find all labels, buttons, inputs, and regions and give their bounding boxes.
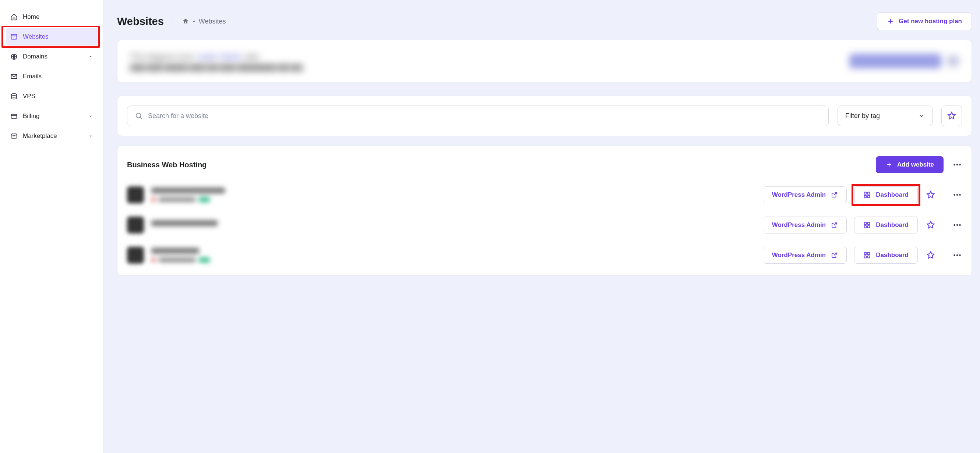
sidebar-item-label: Emails	[23, 73, 41, 80]
plus-icon	[885, 161, 893, 168]
svg-point-6	[953, 164, 955, 165]
plan-more-button[interactable]	[952, 160, 962, 169]
dashboard-button[interactable]: Dashboard	[854, 247, 918, 264]
svg-point-7	[956, 164, 958, 165]
svg-point-14	[956, 194, 958, 196]
favorite-toggle[interactable]	[925, 250, 936, 261]
svg-rect-17	[868, 222, 870, 225]
sidebar-item-label: Marketplace	[23, 132, 57, 140]
svg-rect-23	[864, 253, 867, 255]
external-link-icon	[831, 252, 838, 258]
breadcrumb-sep: -	[193, 17, 195, 25]
favorite-toggle[interactable]	[925, 220, 936, 231]
get-hosting-plan-button[interactable]: Get new hosting plan	[877, 13, 972, 30]
svg-rect-24	[868, 253, 870, 255]
svg-rect-10	[868, 192, 870, 195]
button-label: Add website	[897, 161, 934, 168]
promo-banner: The biggest ever Cyber Week sale ████ ██…	[117, 40, 972, 82]
page-title: Websites	[117, 16, 164, 28]
sidebar-item-emails[interactable]: Emails	[6, 68, 97, 85]
grid-icon	[863, 252, 871, 259]
svg-rect-16	[864, 222, 867, 225]
breadcrumb: - Websites	[182, 17, 226, 25]
sidebar-item-websites[interactable]: Websites	[6, 28, 97, 46]
site-info-blurred	[151, 187, 225, 202]
svg-point-22	[959, 224, 961, 226]
svg-rect-19	[868, 226, 870, 228]
sidebar-item-billing[interactable]: Billing	[6, 108, 97, 125]
home-icon[interactable]	[182, 17, 189, 25]
external-link-icon	[831, 192, 838, 198]
external-link-icon	[831, 222, 838, 228]
website-row: WordPress Admin Dashboard	[127, 180, 962, 210]
svg-rect-9	[864, 192, 867, 195]
wordpress-admin-button[interactable]: WordPress Admin	[763, 247, 847, 264]
svg-point-5	[136, 113, 141, 118]
blurred-text: The biggest ever Cyber Week sale ████ ██…	[130, 50, 302, 72]
filter-label: Filter by tag	[845, 112, 880, 120]
wordpress-admin-button[interactable]: WordPress Admin	[763, 217, 847, 233]
sidebar-item-label: Websites	[23, 33, 49, 40]
svg-point-8	[959, 164, 961, 165]
svg-point-15	[959, 194, 961, 196]
main-content: Websites - Websites Get new hosting plan…	[104, 0, 980, 453]
button-label: WordPress Admin	[772, 221, 826, 229]
home-icon	[10, 13, 18, 21]
sidebar-item-label: Billing	[23, 112, 40, 120]
favorite-toggle[interactable]	[925, 189, 936, 200]
add-website-button[interactable]: Add website	[876, 156, 943, 173]
search-icon	[135, 112, 143, 120]
site-info-blurred	[151, 248, 210, 263]
hosting-plan-card: Business Web Hosting Add website	[117, 146, 972, 276]
grid-icon	[863, 191, 871, 198]
search-input[interactable]	[148, 112, 821, 120]
dashboard-button[interactable]: Dashboard	[854, 187, 918, 203]
sidebar-item-label: VPS	[23, 93, 35, 100]
row-more-button[interactable]	[952, 250, 962, 260]
store-icon	[10, 132, 18, 140]
sidebar-item-vps[interactable]: VPS	[6, 87, 97, 105]
sidebar: Home Websites Domains Emails	[0, 0, 104, 453]
sidebar-item-label: Home	[23, 13, 40, 21]
site-thumbnail	[127, 247, 144, 264]
svg-point-13	[953, 194, 955, 196]
chevron-down-icon	[88, 54, 93, 59]
wordpress-admin-button[interactable]: WordPress Admin	[763, 187, 847, 203]
grid-icon	[863, 221, 871, 229]
svg-rect-11	[864, 196, 867, 198]
svg-point-29	[959, 255, 961, 256]
svg-rect-12	[868, 196, 870, 198]
plan-header: Business Web Hosting Add website	[127, 156, 962, 173]
svg-point-20	[953, 224, 955, 226]
site-thumbnail	[127, 217, 144, 233]
svg-point-28	[956, 255, 958, 256]
favorites-filter-button[interactable]	[941, 106, 962, 126]
button-label: Dashboard	[876, 191, 908, 198]
search-panel: Filter by tag	[117, 96, 972, 136]
search-input-wrapper[interactable]	[127, 106, 829, 126]
sidebar-item-marketplace[interactable]: Marketplace	[6, 127, 97, 145]
chevron-down-icon	[88, 114, 93, 119]
sidebar-item-domains[interactable]: Domains	[6, 48, 97, 65]
button-label: WordPress Admin	[772, 191, 826, 198]
sidebar-item-home[interactable]: Home	[6, 8, 97, 26]
site-info-blurred	[151, 220, 218, 230]
breadcrumb-current: Websites	[199, 17, 226, 25]
dashboard-button[interactable]: Dashboard	[854, 217, 918, 233]
sidebar-item-label: Domains	[23, 53, 48, 60]
mail-icon	[10, 73, 18, 80]
svg-rect-18	[864, 226, 867, 228]
chevron-down-icon	[88, 133, 93, 139]
page-header: Websites - Websites Get new hosting plan	[117, 13, 972, 30]
chevron-down-icon	[918, 112, 925, 119]
site-thumbnail	[127, 187, 144, 203]
svg-rect-0	[11, 34, 17, 39]
filter-by-tag-select[interactable]: Filter by tag	[838, 106, 932, 126]
divider	[173, 16, 173, 27]
row-more-button[interactable]	[952, 220, 962, 230]
button-label: Dashboard	[876, 252, 908, 259]
svg-rect-25	[864, 256, 867, 258]
svg-rect-4	[11, 114, 17, 119]
svg-point-21	[956, 224, 958, 226]
row-more-button[interactable]	[952, 190, 962, 200]
